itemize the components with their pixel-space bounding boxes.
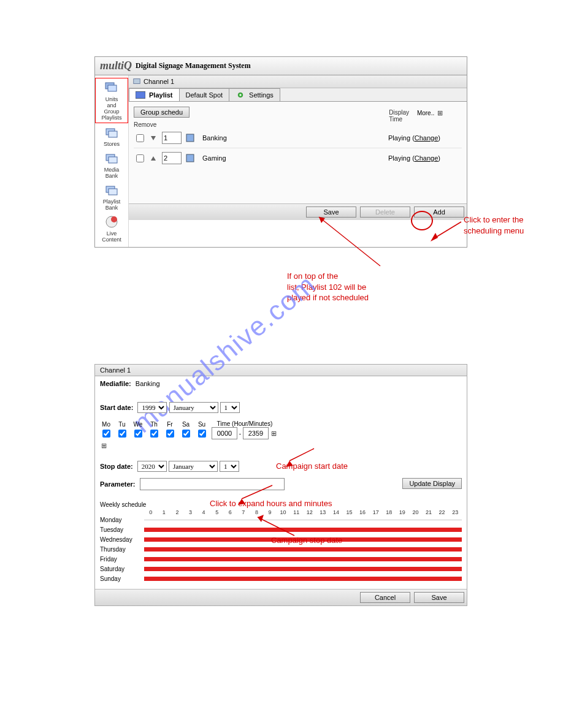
day-label: Tu (118, 421, 125, 428)
tab-settings[interactable]: Settings (229, 88, 280, 101)
time-label: Time (Hour/Minutes) (216, 420, 272, 427)
stop-year-select[interactable]: 2020 (137, 461, 167, 472)
ws-title: Weekly schedule (100, 501, 462, 508)
sidebar-item-stores[interactable]: Stores (95, 123, 128, 149)
save-button[interactable]: Save (306, 207, 356, 218)
change-link[interactable]: Change (415, 154, 439, 162)
status-cell: Playing (Change) (388, 154, 462, 162)
mediafile-row: Mediafile: Banking (100, 380, 462, 387)
tab-bar: Playlist Default Spot Settings (129, 88, 467, 102)
svg-rect-15 (186, 154, 194, 162)
main-panel: Channel 1 Playlist Default Spot Settings (129, 75, 467, 220)
ws-row-mon[interactable]: Monday (100, 515, 462, 525)
sidebar-item-label: Media Bank (104, 167, 120, 179)
parameter-input[interactable] (140, 478, 285, 490)
remove-checkbox[interactable] (136, 134, 144, 142)
stop-month-select[interactable]: January (169, 461, 218, 472)
save-button[interactable]: Save (414, 592, 464, 603)
day-su-checkbox[interactable] (198, 430, 206, 438)
svg-rect-7 (109, 189, 117, 195)
ws-row-wed[interactable]: Wednesday (100, 535, 462, 545)
day-label: Sa (182, 421, 190, 428)
svg-rect-5 (109, 157, 117, 163)
day-sa-checkbox[interactable] (182, 430, 190, 438)
time-from-input[interactable] (212, 427, 237, 439)
add-time-row-button[interactable]: ⊞ (100, 442, 107, 450)
update-display-button[interactable]: Update Display (402, 478, 462, 489)
time-to-input[interactable] (243, 427, 269, 439)
ws-row-fri[interactable]: Friday (100, 555, 462, 564)
left-sidebar: Units and Group Playlists Stores Media B… (95, 75, 129, 247)
ws-row-sun[interactable]: Sunday (100, 574, 462, 584)
start-year-select[interactable]: 1999 (137, 402, 167, 413)
day-label: Mo (102, 421, 110, 428)
sidebar-item-label: Playlist Bank (103, 199, 121, 211)
col-remove: Remove (134, 121, 462, 128)
sidebar-item-label: Live Content (102, 230, 121, 243)
remove-checkbox[interactable] (136, 154, 144, 162)
start-month-select[interactable]: January (169, 402, 218, 413)
mediafile-label: Mediafile: (100, 380, 131, 387)
app-header: multiQ Digital Signage Management System (95, 57, 467, 75)
start-date-label: Start date: (100, 404, 133, 411)
order-input[interactable] (162, 152, 182, 164)
delete-button[interactable]: Delete (360, 207, 410, 218)
stop-date-row: Stop date: 2020 January 1 (100, 461, 462, 472)
time-expand-button[interactable]: ⊞ (270, 430, 278, 438)
move-up-icon[interactable] (148, 153, 158, 163)
sidebar-item-units[interactable]: Units and Group Playlists (95, 78, 128, 123)
weekday-row: Mo Tu We Th Fr Sa Su Time (Hour/Minutes)… (100, 420, 462, 439)
day-th-checkbox[interactable] (150, 430, 158, 438)
parameter-row: Parameter: Update Display (100, 478, 462, 490)
status-cell: Playing (Change) (388, 134, 462, 142)
tab-default-spot[interactable]: Default Spot (179, 88, 230, 101)
playlist-row: Gaming Playing (Change) (134, 150, 462, 167)
sidebar-item-label: Units and Group Playlists (101, 96, 121, 121)
start-date-row: Start date: 1999 January 1 (100, 402, 462, 413)
cancel-button[interactable]: Cancel (360, 592, 410, 603)
sidebar-item-playlist-bank[interactable]: Playlist Bank (95, 181, 128, 213)
schedule-footer: Cancel Save (95, 589, 467, 605)
disk-icon[interactable] (185, 133, 195, 143)
playlist-name: Gaming (202, 154, 386, 162)
group-schedule-button[interactable]: Group schedu (134, 107, 190, 118)
day-label: We (134, 421, 143, 428)
day-fr-checkbox[interactable] (166, 430, 174, 438)
day-tu-checkbox[interactable] (118, 430, 126, 438)
day-mo-checkbox[interactable] (102, 430, 110, 438)
playlist-content: Group schedu Display Time More.. ⊞ Remov… (129, 102, 467, 203)
playlist-row: Banking Playing (Change) (134, 129, 462, 146)
folder-stack-icon (104, 151, 119, 165)
svg-rect-11 (136, 91, 145, 98)
disk-icon[interactable] (185, 153, 195, 163)
annotation-circle (411, 211, 433, 230)
schedule-header: Channel 1 (95, 365, 467, 376)
ws-hours-header: 0123 4567 891011 12131415 16171819 20212… (100, 509, 462, 515)
ws-row-sat[interactable]: Saturday (100, 564, 462, 574)
sidebar-item-label: Stores (104, 141, 120, 147)
brand-logo: multiQ (100, 59, 132, 72)
order-input[interactable] (162, 132, 182, 144)
playlist-name: Banking (202, 134, 386, 142)
live-icon (104, 214, 119, 229)
sidebar-item-media-bank[interactable]: Media Bank (95, 149, 128, 181)
sidebar-item-live[interactable]: Live Content (95, 213, 128, 245)
weekly-schedule: Weekly schedule 0123 4567 891011 1213141… (100, 501, 462, 584)
day-label: Th (150, 421, 158, 428)
plus-icon[interactable]: ⊞ (436, 109, 443, 116)
parameter-label: Parameter: (100, 480, 135, 488)
day-we-checkbox[interactable] (134, 430, 142, 438)
svg-rect-3 (109, 131, 117, 137)
day-label: Su (198, 421, 205, 428)
ws-row-thu[interactable]: Thursday (100, 545, 462, 555)
change-link[interactable]: Change (415, 134, 439, 142)
stop-date-label: Stop date: (100, 463, 133, 470)
playlist-icon (104, 183, 119, 197)
start-day-select[interactable]: 1 (220, 402, 240, 413)
ws-row-tue[interactable]: Tuesday (100, 525, 462, 535)
monitor-stack-icon (104, 80, 119, 95)
col-more[interactable]: More.. ⊞ (417, 109, 443, 116)
tab-playlist[interactable]: Playlist (129, 88, 180, 101)
move-down-icon[interactable] (148, 133, 158, 143)
stop-day-select[interactable]: 1 (220, 461, 239, 472)
